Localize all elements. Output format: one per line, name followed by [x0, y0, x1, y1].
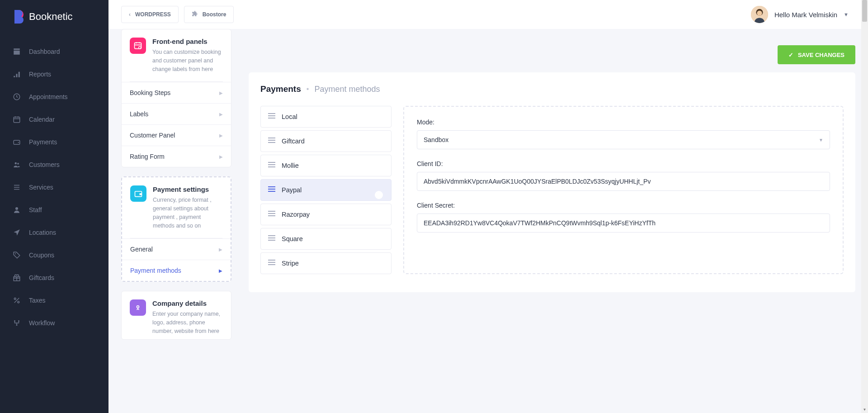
avatar [751, 6, 768, 23]
mode-value: Sandbox [424, 136, 448, 143]
nav-appointments[interactable]: Appointments [0, 85, 108, 108]
card-description: Currency, price format , general setting… [153, 196, 222, 230]
card-description: Enter your company name, logo, address, … [152, 310, 223, 335]
breadcrumb-separator: • [307, 85, 309, 93]
breadcrumb-sub: Payment methods [314, 85, 380, 94]
client-id-input[interactable] [417, 172, 830, 191]
drag-handle-icon[interactable] [268, 210, 275, 218]
drag-handle-icon[interactable] [268, 137, 275, 145]
svg-point-17 [757, 10, 762, 15]
header: ‹ WORDPRESS Boostore Hello Mark Velmiski… [108, 0, 861, 29]
card-title: Payment settings [153, 185, 222, 193]
payment-method-item[interactable]: Paypal [260, 179, 392, 201]
mode-select[interactable]: Sandbox ▼ [417, 130, 830, 149]
main-column: ✓ SAVE CHANGES Payments • Payment method… [249, 29, 855, 292]
gift-icon [13, 274, 21, 282]
svg-point-10 [18, 301, 19, 303]
drag-handle-icon[interactable] [268, 113, 275, 121]
nav-label: Locations [29, 229, 56, 236]
settings-row[interactable]: Rating Form▶ [122, 146, 231, 167]
scrollbar-thumb[interactable] [862, 0, 867, 22]
header-user[interactable]: Hello Mark Velmiskin ▼ [751, 6, 849, 23]
card-description: You can customize booking and customer p… [152, 48, 223, 73]
nav-customers[interactable]: Customers [0, 153, 108, 176]
tab-wordpress[interactable]: ‹ WORDPRESS [121, 6, 179, 23]
svg-rect-21 [140, 193, 142, 195]
nav-locations[interactable]: Locations [0, 221, 108, 244]
breadcrumb-main: Payments [260, 84, 301, 94]
nav-label: Taxes [29, 297, 46, 304]
percent-icon [13, 296, 21, 304]
drag-handle-icon[interactable] [268, 186, 275, 194]
settings-row[interactable]: General▶ [122, 238, 231, 260]
mode-label: Mode: [417, 119, 830, 126]
payment-method-item[interactable]: Giftcard [260, 130, 392, 152]
settings-card: Front-end panels You can customize booki… [121, 29, 231, 167]
method-label: Giftcard [282, 138, 305, 145]
settings-column: Front-end panels You can customize booki… [121, 29, 231, 349]
client-secret-input[interactable] [417, 214, 830, 233]
wallet-icon [13, 138, 21, 146]
nav-payments[interactable]: Payments [0, 131, 108, 153]
nav-taxes[interactable]: Taxes [0, 289, 108, 312]
check-icon: ✓ [788, 52, 793, 58]
tab-boostore[interactable]: Boostore [184, 6, 234, 23]
nav-label: Coupons [29, 252, 54, 259]
nav-label: Dashboard [29, 48, 60, 55]
settings-row-label: Customer Panel [130, 132, 175, 139]
settings-row-label: General [130, 246, 153, 253]
methods-list: Local Giftcard Mollie Paypal Razorpay Sq… [260, 106, 392, 274]
save-label: SAVE CHANGES [798, 52, 844, 58]
svg-point-6 [15, 207, 18, 210]
nav-reports[interactable]: Reports [0, 63, 108, 85]
nav-label: Appointments [29, 93, 68, 100]
caret-right-icon: ▶ [219, 90, 223, 95]
scrollbar[interactable]: ▲ ▼ [861, 0, 868, 413]
nav-workflow[interactable]: Workflow [0, 312, 108, 334]
payment-method-item[interactable]: Mollie [260, 155, 392, 176]
nav-dashboard[interactable]: Dashboard [0, 40, 108, 63]
card-icon [130, 185, 146, 202]
settings-row-label: Rating Form [130, 153, 165, 160]
scroll-down-icon[interactable]: ▼ [861, 406, 868, 413]
drag-handle-icon[interactable] [268, 161, 275, 170]
caret-right-icon: ▶ [219, 247, 222, 252]
method-label: Razorpay [282, 211, 310, 218]
settings-card: Payment settings Currency, price format … [121, 176, 231, 282]
settings-row[interactable]: Booking Steps▶ [122, 82, 231, 103]
svg-point-9 [14, 298, 16, 299]
method-label: Paypal [282, 186, 302, 194]
card-title: Company details [152, 299, 223, 307]
svg-point-3 [18, 142, 19, 143]
settings-row[interactable]: Customer Panel▶ [122, 124, 231, 146]
settings-row[interactable]: Labels▶ [122, 103, 231, 124]
svg-point-4 [15, 162, 17, 165]
save-button[interactable]: ✓ SAVE CHANGES [778, 45, 855, 64]
svg-point-12 [18, 320, 19, 322]
settings-card: Company details Enter your company name,… [121, 291, 231, 339]
nav-calendar[interactable]: Calendar [0, 108, 108, 131]
method-label: Square [282, 235, 303, 242]
client-secret-label: Client Secret: [417, 202, 830, 209]
settings-row[interactable]: Payment methods▶ [122, 260, 231, 281]
caret-right-icon: ▶ [219, 133, 223, 138]
logo[interactable]: Booknetic [0, 0, 108, 33]
payment-method-item[interactable]: Razorpay [260, 204, 392, 225]
payment-method-item[interactable]: Local [260, 106, 392, 128]
nav-coupons[interactable]: Coupons [0, 244, 108, 266]
nav-services[interactable]: Services [0, 176, 108, 199]
nav-giftcards[interactable]: Giftcards [0, 266, 108, 289]
payment-method-item[interactable]: Stripe [260, 252, 392, 274]
logo-mark-icon [13, 10, 24, 24]
payment-method-item[interactable]: Square [260, 228, 392, 250]
svg-rect-18 [135, 43, 142, 48]
chevron-down-icon: ▼ [819, 138, 823, 142]
drag-handle-icon[interactable] [268, 259, 275, 267]
drag-handle-icon[interactable] [268, 235, 275, 243]
nav-staff[interactable]: Staff [0, 199, 108, 221]
method-label: Local [282, 113, 297, 120]
svg-point-13 [16, 324, 18, 326]
nav-label: Calendar [29, 116, 55, 123]
chevron-down-icon: ▼ [844, 12, 849, 17]
breadcrumb: Payments • Payment methods [260, 84, 844, 94]
